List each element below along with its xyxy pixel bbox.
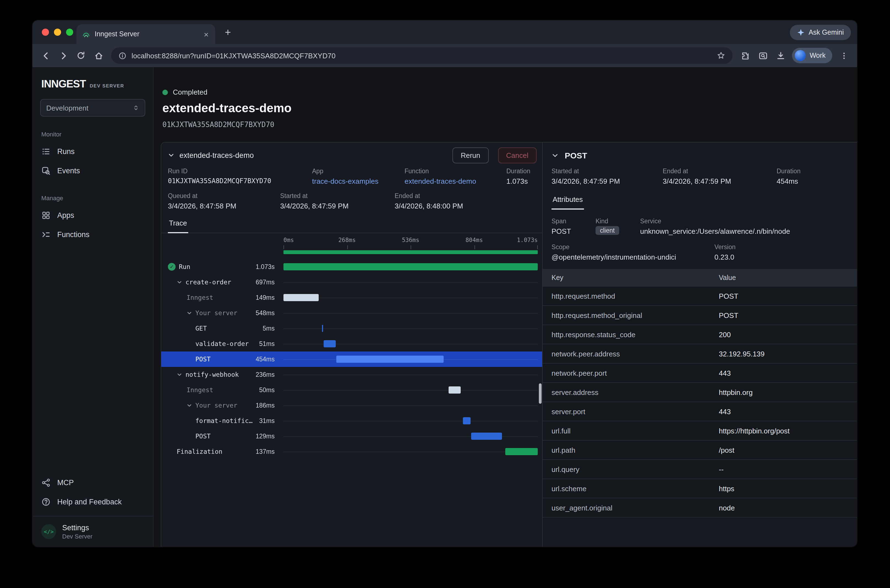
page-title: extended-traces-demo [162, 101, 857, 116]
extensions-icon[interactable] [737, 47, 753, 64]
tab-attributes[interactable]: Attributes [552, 193, 584, 210]
span-bar [471, 433, 502, 440]
timeline-overview-bar [283, 250, 538, 254]
browser-tab[interactable]: Inngest Server × [77, 24, 215, 44]
span-info: Span POST Kind client Service unknown_se… [543, 209, 857, 269]
attribute-row: server.addresshttpbin.org [543, 382, 857, 402]
scrollbar-thumb[interactable] [539, 383, 541, 404]
timeline-track [283, 321, 538, 336]
chevron-down-icon[interactable] [168, 152, 174, 158]
span-bar [463, 417, 471, 424]
forward-button[interactable] [55, 47, 72, 64]
attribute-value: 32.192.95.139 [710, 350, 857, 358]
tick-label: 536ms [402, 237, 419, 243]
trace-row-post-selected[interactable]: POST 454ms [161, 351, 542, 367]
span-duration: 51ms [256, 340, 275, 347]
attribute-key: server.port [543, 407, 710, 416]
ask-gemini-label: Ask Gemini [809, 28, 844, 36]
span-bar [283, 294, 319, 301]
trace-row-format-notification[interactable]: format-notifica… 31ms [161, 413, 542, 429]
timeline-header: 0ms 268ms 536ms 804ms 1.073s [161, 236, 542, 259]
meta-label: Duration [777, 168, 848, 174]
span-details-panel: POST Started at 3/4/2026, 8:47:59 PM End… [543, 142, 857, 547]
environment-selector[interactable]: Development [40, 99, 145, 117]
chevron-down-icon[interactable] [177, 279, 182, 285]
trace-row-your-server[interactable]: Your server 186ms [161, 398, 542, 413]
browser-window: Inngest Server × + Ask Gemini loca [33, 20, 857, 547]
span-duration: 129ms [253, 433, 275, 440]
status-dot [162, 89, 168, 95]
search-tabs-icon[interactable] [755, 47, 771, 64]
meta-label: Function [404, 168, 507, 174]
kind-badge: client [595, 226, 619, 235]
app-link[interactable]: trace-docs-examples [312, 177, 404, 185]
trace-row-notify-webhook[interactable]: notify-webhook 236ms [161, 367, 542, 382]
attribute-key: http.request.method_original [543, 311, 710, 319]
timeline-track [283, 367, 538, 382]
timeline-track [283, 274, 538, 290]
span-name: Inngest [186, 386, 213, 394]
trace-tree: ✓ Run 1.073s create-order 697ms [161, 259, 542, 547]
code-icon: </> [41, 524, 56, 539]
trace-row-validate-order[interactable]: validate-order 51ms [161, 336, 542, 351]
sidebar-item-help[interactable]: Help and Feedback [40, 492, 145, 512]
sidebar-settings[interactable]: </> Settings Dev Server [33, 516, 153, 547]
traffic-light-minimize[interactable] [54, 28, 61, 36]
settings-subtitle: Dev Server [62, 533, 92, 540]
span-name: POST [195, 432, 210, 440]
sidebar-item-runs[interactable]: Runs [40, 142, 145, 161]
main-area: Completed extended-traces-demo 01KJXTWA3… [153, 67, 857, 547]
ask-gemini-button[interactable]: Ask Gemini [790, 25, 851, 40]
chevron-down-icon[interactable] [552, 152, 559, 159]
attribute-row: url.schemehttps [543, 478, 857, 498]
cancel-button[interactable]: Cancel [498, 147, 537, 163]
span-name: format-notifica… [195, 417, 253, 424]
span-bar [336, 356, 443, 363]
meta-label: Run ID [168, 168, 312, 174]
rerun-button[interactable]: Rerun [453, 147, 489, 163]
chevron-down-icon[interactable] [186, 403, 192, 408]
ended-at-value: 3/4/2026, 8:48:00 PM [395, 202, 535, 210]
trace-row-post[interactable]: POST 129ms [161, 429, 542, 444]
events-label: Events [57, 166, 80, 175]
trace-row-run[interactable]: ✓ Run 1.073s [161, 259, 542, 274]
attribute-row: network.peer.port443 [543, 363, 857, 382]
queued-at-value: 3/4/2026, 8:47:58 PM [168, 202, 280, 210]
trace-row-inngest[interactable]: Inngest 149ms [161, 290, 542, 305]
new-tab-button[interactable]: + [221, 25, 235, 39]
meta-label: Started at [552, 168, 663, 174]
reload-button[interactable] [73, 47, 89, 64]
inngest-favicon [82, 30, 90, 38]
address-bar[interactable]: localhost:8288/run?runID=01KJXTWA35SA8D2… [111, 47, 732, 64]
tab-close-icon[interactable]: × [203, 30, 210, 38]
trace-row-your-server[interactable]: Your server 548ms [161, 305, 542, 321]
chevron-down-icon[interactable] [177, 372, 182, 377]
span-duration: 5ms [260, 325, 275, 332]
back-button[interactable] [38, 47, 54, 64]
sidebar-item-events[interactable]: Events [40, 161, 145, 180]
trace-row-create-order[interactable]: create-order 697ms [161, 274, 542, 290]
profile-button[interactable]: Work [792, 48, 832, 63]
span-duration: 186ms [253, 402, 275, 409]
sidebar-item-apps[interactable]: Apps [40, 206, 145, 225]
traffic-light-close[interactable] [42, 28, 49, 36]
site-info-icon[interactable] [118, 51, 126, 60]
sidebar-item-functions[interactable]: Functions [40, 225, 145, 244]
trace-row-get[interactable]: GET 5ms [161, 321, 542, 336]
function-link[interactable]: extended-traces-demo [404, 177, 507, 185]
chevron-down-icon[interactable] [186, 310, 192, 316]
sidebar-item-mcp[interactable]: MCP [40, 473, 145, 492]
tab-trace[interactable]: Trace [168, 217, 188, 233]
home-button[interactable] [90, 47, 107, 64]
trace-row-inngest[interactable]: Inngest 50ms [161, 382, 542, 398]
span-name: Inngest [186, 294, 213, 302]
traffic-light-zoom[interactable] [66, 28, 73, 36]
meta-label: App [312, 168, 404, 174]
span-duration: 31ms [256, 417, 275, 424]
trace-row-finalization[interactable]: Finalization 137ms [161, 444, 542, 459]
downloads-icon[interactable] [772, 47, 789, 64]
menu-kebab-icon[interactable] [836, 47, 852, 64]
settings-title: Settings [62, 524, 92, 532]
attribute-key: url.scheme [543, 484, 710, 493]
bookmark-star-icon[interactable] [717, 51, 725, 60]
